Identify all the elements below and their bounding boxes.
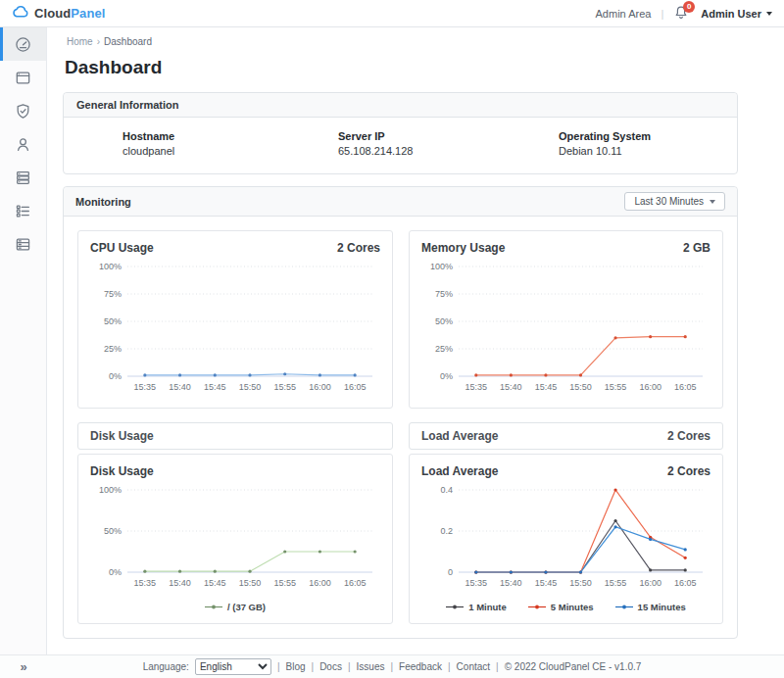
data-point-marker [613, 488, 616, 491]
legend-marker-icon [205, 604, 222, 610]
data-point-marker [649, 335, 652, 338]
footer: » Language: English |Blog|Docs|Issues|Fe… [0, 654, 784, 678]
memory-usage-chart-card: Memory Usage 2 GB 0%25%50%75%100%15:3515… [409, 230, 723, 409]
data-point-marker [613, 525, 616, 528]
x-axis-label: 16:00 [309, 578, 331, 588]
disk-usage-chart-card: Disk Usage 0%50%100%15:3515:4015:4515:50… [77, 454, 393, 624]
monitoring-card: Monitoring Last 30 Minutes CPU Usage 2 C… [63, 186, 738, 639]
load-section-right: 2 Cores [667, 429, 710, 443]
sidebar-item-sites[interactable] [0, 61, 46, 94]
general-information-card: General Information Hostname cloudpanel … [63, 92, 738, 174]
sidebar-item-databases[interactable] [0, 161, 46, 194]
caret-down-icon [710, 200, 715, 204]
x-axis-label: 15:50 [239, 382, 262, 392]
hostname-field: Hostname cloudpanel [122, 130, 338, 157]
data-point-marker [649, 568, 652, 571]
monitoring-title: Monitoring [75, 196, 131, 208]
load-average-section: Load Average 2 Cores Load Average 2 Core… [409, 422, 723, 624]
data-point-marker [318, 373, 321, 376]
sidebar-item-dashboard[interactable] [0, 27, 46, 61]
footer-link-contact[interactable]: Contact [457, 661, 490, 672]
sidebar-item-logs[interactable] [0, 227, 46, 261]
sidebar-item-security[interactable] [0, 94, 46, 127]
operating-system-value: Debian 10.11 [559, 145, 723, 157]
breadcrumb: Home›Dashboard [67, 36, 738, 47]
disk-usage-plot: 0%50%100%15:3515:4015:4515:5015:5516:001… [90, 482, 380, 615]
footer-link-issues[interactable]: Issues [357, 661, 385, 672]
data-point-marker [178, 570, 181, 573]
data-point-marker [214, 373, 217, 376]
disk-section-title: Disk Usage [90, 429, 154, 443]
footer-separator: | [448, 661, 451, 672]
legend-item[interactable]: 5 Minutes [528, 602, 594, 612]
load-average-canvas: 00.20.415:3515:4015:4515:5015:5516:0016:… [421, 482, 710, 592]
breadcrumb-current: Dashboard [104, 36, 152, 47]
y-axis-label: 0% [440, 371, 453, 381]
copyright: © 2022 CloudPanel CE - v1.0.7 [505, 661, 642, 672]
data-point-marker [510, 373, 513, 376]
database-icon [15, 170, 31, 186]
data-point-marker [143, 373, 146, 376]
sidebar-item-users[interactable] [0, 127, 46, 161]
cpu-usage-plot: 0%25%50%75%100%15:3515:4015:4515:5015:55… [90, 259, 380, 400]
server-ip-value: 65.108.214.128 [338, 145, 559, 157]
legend-label: 5 Minutes [551, 602, 594, 612]
footer-separator: | [496, 661, 499, 672]
data-point-marker [613, 519, 616, 522]
footer-link-feedback[interactable]: Feedback [399, 661, 442, 672]
x-axis-label: 15:45 [535, 382, 558, 392]
footer-separator: | [348, 661, 351, 672]
x-axis-label: 16:00 [639, 382, 662, 392]
x-axis-label: 15:45 [204, 578, 226, 588]
admin-area-link[interactable]: Admin Area [596, 8, 652, 20]
legend-item[interactable]: / (37 GB) [205, 602, 266, 612]
operating-system-field: Operating System Debian 10.11 [559, 130, 723, 157]
server-ip-field: Server IP 65.108.214.128 [338, 130, 559, 157]
time-range-selector[interactable]: Last 30 Minutes [624, 192, 725, 211]
breadcrumb-separator: › [97, 36, 100, 47]
sidebar-expand-button[interactable]: » [0, 659, 47, 674]
language-select[interactable]: English [195, 658, 271, 675]
x-axis-label: 15:50 [239, 578, 262, 588]
user-icon [15, 136, 31, 153]
footer-link-blog[interactable]: Blog [286, 661, 306, 672]
breadcrumb-home-link[interactable]: Home [67, 36, 93, 47]
user-menu[interactable]: Admin User [701, 8, 772, 20]
topbar-divider: | [661, 8, 663, 20]
legend-item[interactable]: 15 Minutes [615, 602, 686, 612]
footer-link-docs[interactable]: Docs [319, 661, 342, 672]
y-axis-label: 100% [99, 485, 122, 495]
window-icon [15, 70, 31, 86]
series-line [145, 552, 355, 571]
disk-chart-title: Disk Usage [90, 464, 154, 478]
y-axis-label: 75% [104, 289, 122, 299]
y-axis-label: 25% [435, 344, 453, 354]
data-point-marker [283, 550, 286, 553]
disk-usage-legend: / (37 GB) [90, 598, 380, 615]
y-axis-label: 100% [430, 262, 453, 271]
rows-icon [15, 236, 31, 253]
load-capacity-label: 2 Cores [667, 464, 710, 478]
x-axis-label: 15:40 [169, 382, 191, 392]
series-line [476, 337, 685, 375]
x-axis-label: 15:50 [569, 578, 592, 588]
footer-separator: | [277, 661, 280, 672]
data-point-marker [544, 570, 547, 573]
data-point-marker [354, 550, 357, 553]
shield-check-icon [15, 103, 31, 120]
time-range-value: Last 30 Minutes [634, 196, 704, 207]
x-axis-label: 16:05 [674, 578, 697, 588]
gauge-icon [15, 36, 31, 53]
legend-item[interactable]: 1 Minute [446, 602, 507, 612]
sidebar-item-services[interactable] [0, 194, 46, 227]
x-axis-label: 15:35 [466, 578, 488, 588]
x-axis-label: 16:00 [309, 382, 331, 392]
cloudpanel-logo[interactable]: CloudPanel [12, 5, 106, 23]
general-information-header: General Information [64, 93, 737, 118]
legend-label: 15 Minutes [638, 602, 686, 612]
data-point-marker [544, 373, 547, 376]
notifications-button[interactable]: 0 [673, 5, 691, 23]
data-point-marker [684, 335, 687, 338]
brand-name: CloudPanel [34, 6, 106, 21]
main-content: Home›Dashboard Dashboard General Informa… [47, 27, 784, 654]
